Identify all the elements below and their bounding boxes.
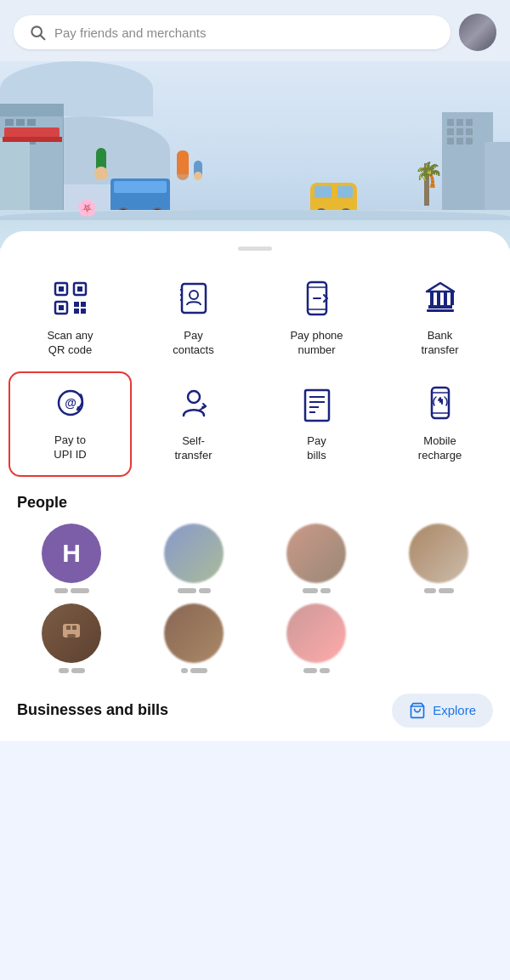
businesses-section: Businesses and bills Explore (0, 673, 510, 741)
awning-bottom (3, 137, 62, 142)
svg-rect-7 (59, 305, 64, 310)
svg-rect-9 (81, 302, 86, 307)
person-name-1 (54, 588, 89, 593)
action-label-bank: Banktransfer (421, 329, 458, 358)
person-item-7[interactable] (258, 603, 374, 673)
explore-button[interactable]: Explore (392, 694, 493, 728)
svg-line-1 (41, 36, 45, 40)
shopping-bag-icon (409, 702, 426, 719)
svg-rect-24 (437, 292, 440, 305)
person-item-empty (381, 603, 496, 673)
action-pay-phone[interactable]: Pay phonenumber (255, 266, 378, 371)
svg-rect-41 (67, 634, 76, 637)
person-item-6[interactable] (136, 603, 252, 673)
person-avatar-4 (409, 524, 468, 583)
action-pay-upi[interactable]: @ Pay toUPI ID (8, 371, 132, 477)
action-label-contacts: Paycontacts (173, 329, 213, 358)
auto-vehicle (310, 183, 357, 212)
person-name-4 (424, 588, 454, 593)
action-bank-transfer[interactable]: Banktransfer (378, 266, 502, 371)
svg-rect-11 (81, 309, 86, 314)
action-pay-bills[interactable]: Paybills (255, 371, 378, 477)
people-section-title: People (0, 477, 510, 524)
action-label-bills: Paybills (307, 434, 326, 463)
plant: 🌸 (76, 197, 98, 218)
person-avatar-6 (164, 603, 224, 663)
person-name-7 (303, 668, 330, 673)
person-item-5[interactable] (14, 603, 129, 673)
action-self-transfer[interactable]: Self-transfer (132, 371, 255, 477)
svg-rect-5 (77, 286, 82, 292)
action-label-self: Self-transfer (174, 434, 212, 463)
svg-rect-39 (66, 626, 71, 630)
person-avatar-2 (164, 524, 224, 583)
person-name-6 (181, 668, 207, 673)
hero-illustration: 🌴 🌸 (0, 61, 510, 248)
person-name-2 (178, 588, 211, 593)
svg-rect-23 (430, 292, 434, 305)
action-label-mobile: Mobilerecharge (418, 434, 462, 463)
svg-rect-10 (74, 309, 79, 314)
contacts-icon (172, 276, 216, 320)
avatar[interactable] (459, 14, 496, 51)
action-label-scan-qr: Scan anyQR code (47, 329, 93, 358)
people-grid-row2 (0, 603, 510, 673)
person-item-3[interactable] (258, 524, 374, 593)
svg-marker-20 (427, 283, 454, 292)
action-label-upi: Pay toUPI ID (54, 433, 86, 462)
explore-label: Explore (433, 703, 476, 717)
action-pay-contacts[interactable]: Paycontacts (132, 266, 255, 371)
self-transfer-icon (172, 382, 216, 426)
drag-handle (238, 246, 272, 251)
svg-rect-25 (444, 292, 447, 305)
svg-rect-30 (305, 390, 329, 421)
quick-actions-grid: Scan anyQR code Paycontacts (0, 266, 510, 477)
qr-icon (48, 276, 93, 320)
building-right-small (484, 142, 510, 214)
svg-rect-3 (59, 286, 64, 292)
svg-rect-22 (427, 309, 454, 312)
svg-rect-21 (428, 305, 452, 309)
bills-icon (295, 382, 339, 426)
search-icon (29, 24, 46, 41)
bank-icon (418, 276, 462, 320)
search-input-placeholder: Pay friends and merchants (54, 25, 206, 40)
building-left-small (0, 138, 30, 214)
action-scan-qr[interactable]: Scan anyQR code (8, 266, 132, 371)
person-item-1[interactable]: H (14, 524, 129, 593)
action-mobile-recharge[interactable]: Mobilerecharge (378, 371, 502, 477)
action-label-phone: Pay phonenumber (290, 329, 343, 358)
upi-icon: @ (48, 381, 93, 425)
header: Pay friends and merchants (0, 0, 510, 61)
person-avatar-5 (42, 603, 101, 663)
person-name-3 (303, 588, 331, 593)
person-item-4[interactable] (381, 524, 496, 593)
card-sheet: Scan anyQR code Paycontacts (0, 231, 510, 741)
person-avatar-3 (286, 524, 346, 583)
svg-point-13 (190, 291, 198, 299)
person-name-5 (59, 668, 85, 673)
svg-rect-40 (72, 626, 76, 630)
vendor-cart (110, 178, 170, 212)
businesses-title: Businesses and bills (17, 701, 168, 719)
search-bar[interactable]: Pay friends and merchants (14, 15, 450, 49)
palm-tree: 🌴 (414, 163, 429, 206)
svg-point-29 (188, 391, 200, 403)
svg-text:@: @ (65, 396, 76, 410)
phone-pay-icon (295, 276, 339, 320)
person-item-2[interactable] (136, 524, 252, 593)
person-avatar-7 (286, 603, 346, 663)
svg-rect-8 (74, 302, 79, 307)
people-grid: H (0, 524, 510, 593)
mobile-recharge-icon (418, 382, 462, 426)
person-avatar-1: H (42, 524, 101, 583)
svg-rect-26 (450, 292, 454, 305)
